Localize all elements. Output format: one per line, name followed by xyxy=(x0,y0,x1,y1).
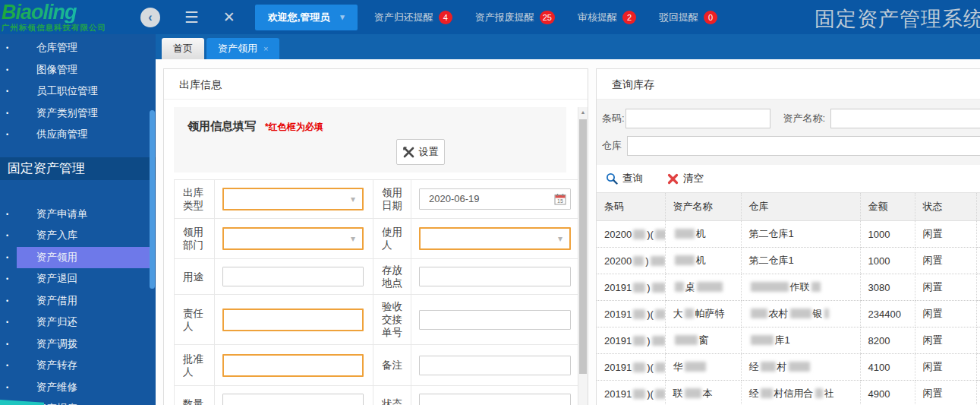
receive-dept-select[interactable]: ▾ xyxy=(222,227,364,250)
sidebar-item-资产领用[interactable]: •资产领用 xyxy=(0,247,156,269)
redacted-block xyxy=(633,229,645,239)
sidebar-item-资产转存[interactable]: •资产转存 xyxy=(0,355,156,377)
sidebar-item-label: 资产退回 xyxy=(17,268,150,290)
sidebar-item-资产入库[interactable]: •资产入库 xyxy=(0,225,156,247)
sidebar-item-仓库管理[interactable]: •仓库管理 xyxy=(0,37,156,59)
warehouse-input[interactable] xyxy=(627,136,980,156)
responsible-input[interactable] xyxy=(222,308,364,331)
inventory-panel: 查询库存 条码: 资产名称: 仓库 查询 xyxy=(596,68,980,405)
notification-item[interactable]: 资产归还提醒4 xyxy=(374,11,452,24)
sidebar-item-资产维修[interactable]: •资产维修 xyxy=(0,377,156,399)
sidebar-item-资产类别管理[interactable]: •资产类别管理 xyxy=(0,103,156,125)
responsible-label: 责任人 xyxy=(175,295,215,345)
sidebar-item-label: 资产维修 xyxy=(17,377,150,399)
table-row[interactable]: 20191)(联本经村信用合社4900闲置 xyxy=(597,381,980,405)
cell-text: 20200 xyxy=(604,255,632,267)
sidebar-item-图像管理[interactable]: •图像管理 xyxy=(0,59,156,81)
out-type-select[interactable]: ▾ xyxy=(222,188,364,210)
notification-item[interactable]: 审核提醒2 xyxy=(578,11,636,24)
sidebar-menu-bottom: •资产申请单•资产入库•资产领用•资产退回•资产借用•资产归还•资产调拨•资产转… xyxy=(0,204,156,405)
redacted-block xyxy=(633,283,645,293)
purpose-label: 用途 xyxy=(175,259,215,295)
table-cell-cut xyxy=(976,327,980,354)
cell-text: 窗 xyxy=(699,334,709,346)
scroll-up-icon[interactable]: ▲ xyxy=(578,109,588,115)
user-label: 使用人 xyxy=(373,219,411,259)
back-button[interactable]: ‹ xyxy=(140,8,160,27)
bullet-icon: • xyxy=(6,384,17,391)
cell-text: 4100 xyxy=(868,362,890,373)
sidebar-section-fixed-assets[interactable]: 固定资产管理 xyxy=(0,157,156,180)
user-menu-button[interactable]: 欢迎您,管理员 ▾ xyxy=(255,5,358,30)
close-tabs-button[interactable]: ✕ xyxy=(223,10,235,24)
receipt-no-input[interactable] xyxy=(419,310,571,330)
sidebar-item-label: 资产调拨 xyxy=(17,334,150,356)
tab-资产领用[interactable]: 资产领用× xyxy=(206,38,279,59)
table-cell-cut xyxy=(976,354,980,381)
cell-text: 20191 xyxy=(604,282,632,293)
table-row[interactable]: 20191)窗库18200闲置 xyxy=(597,327,980,354)
logo-subtitle: 广州标领信息科技有限公司 xyxy=(2,24,139,32)
outbound-scrollbar[interactable]: ▲ xyxy=(578,107,588,405)
tab-close-icon[interactable]: × xyxy=(263,45,268,53)
notification-item[interactable]: 驳回提醒0 xyxy=(659,11,717,24)
sidebar-item-资产借用[interactable]: •资产借用 xyxy=(0,290,156,312)
sidebar-item-资产退回[interactable]: •资产退回 xyxy=(0,268,156,290)
sidebar-item-label: 资产归还 xyxy=(17,312,150,334)
redacted-block xyxy=(751,335,774,345)
chevron-down-icon: ▾ xyxy=(340,12,345,22)
asset-name-input[interactable] xyxy=(830,109,980,128)
table-row[interactable]: 20191)(华经村4100闲置 xyxy=(597,354,980,381)
notification-item[interactable]: 资产报废提醒25 xyxy=(475,11,555,24)
sidebar-item-员工职位管理[interactable]: •员工职位管理 xyxy=(0,81,156,103)
barcode-input[interactable] xyxy=(625,109,770,128)
location-input[interactable] xyxy=(419,267,571,286)
sidebar-item-资产调拨[interactable]: •资产调拨 xyxy=(0,334,156,356)
table-cell: 库1 xyxy=(741,327,860,354)
cell-text: 234400 xyxy=(868,308,901,320)
clear-button[interactable]: 清空 xyxy=(667,172,704,185)
sidebar-scrollbar[interactable] xyxy=(150,110,155,289)
search-label: 查询 xyxy=(622,172,643,185)
status-input[interactable] xyxy=(419,394,571,405)
bullet-icon: • xyxy=(6,254,17,261)
logo-text: Biaoling xyxy=(2,2,77,23)
approver-input[interactable] xyxy=(222,354,364,377)
location-label: 存放地点 xyxy=(373,259,411,295)
menu-toggle-button[interactable]: ☰ xyxy=(184,9,199,25)
quantity-input[interactable] xyxy=(222,394,364,405)
redacted-block xyxy=(655,229,665,239)
table-cell: 20200) xyxy=(597,248,665,274)
table-row[interactable]: 20191)(大帕萨特农村银234400闲置 xyxy=(597,301,980,327)
redacted-block xyxy=(651,256,666,266)
notification-label: 驳回提醒 xyxy=(659,11,698,24)
cell-text: 第二仓库1 xyxy=(749,228,794,239)
receive-date-label: 领用日期 xyxy=(373,180,411,219)
sidebar-item-供应商管理[interactable]: •供应商管理 xyxy=(0,124,156,146)
purpose-input[interactable] xyxy=(222,267,364,286)
table-cell: 闲置 xyxy=(915,381,976,405)
scrollbar-thumb[interactable] xyxy=(579,119,587,374)
settings-button[interactable]: 设置 xyxy=(396,139,445,165)
quantity-label: 数量 xyxy=(175,386,215,405)
cell-text: 1000 xyxy=(868,229,890,240)
table-row[interactable]: 20191)桌作联3080闲置 xyxy=(597,274,980,301)
table-cell: 经村 xyxy=(741,354,860,381)
table-row[interactable]: 20200)(机第二仓库11000闲置 xyxy=(597,221,980,248)
table-cell-cut xyxy=(976,381,980,405)
table-cell: 闲置 xyxy=(915,301,976,327)
table-cell: 联本 xyxy=(665,381,741,405)
user-select[interactable]: ▾ xyxy=(419,227,571,250)
status-label: 状态 xyxy=(373,386,411,405)
sidebar-item-资产归还[interactable]: •资产归还 xyxy=(0,312,156,334)
cell-text: 帕萨特 xyxy=(695,308,725,319)
receive-date-field[interactable]: 2020-06-19 15 xyxy=(419,188,571,210)
calendar-icon[interactable]: 15 xyxy=(554,193,566,205)
remark-input[interactable] xyxy=(419,356,571,375)
sidebar-item-资产申请单[interactable]: •资产申请单 xyxy=(0,204,156,226)
tab-首页[interactable]: 首页 xyxy=(162,38,204,59)
table-row[interactable]: 20200)机第二仓库11000闲置 xyxy=(597,248,980,274)
search-button[interactable]: 查询 xyxy=(606,172,643,185)
redacted-block xyxy=(633,389,645,399)
redacted-block xyxy=(790,308,811,318)
